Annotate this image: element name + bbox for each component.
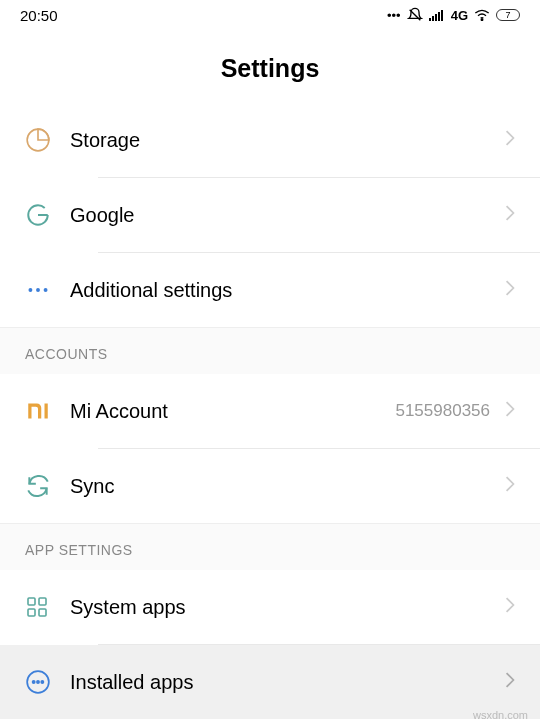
- settings-item-label: Google: [70, 204, 505, 227]
- svg-rect-12: [39, 598, 46, 605]
- wifi-icon: [474, 9, 490, 21]
- status-bar: 20:50 ••• 4G 7: [0, 0, 540, 30]
- mi-icon: [25, 398, 70, 424]
- signal-icon: [429, 9, 445, 21]
- chevron-right-icon: [505, 672, 515, 692]
- sync-icon: [25, 473, 70, 499]
- svg-point-10: [44, 288, 48, 292]
- svg-rect-5: [441, 10, 443, 21]
- chevron-right-icon: [505, 280, 515, 300]
- google-icon: [25, 202, 70, 228]
- circle-dots-icon: [25, 669, 70, 695]
- svg-point-9: [36, 288, 40, 292]
- chevron-right-icon: [505, 597, 515, 617]
- svg-point-17: [37, 681, 39, 683]
- svg-rect-4: [438, 12, 440, 21]
- svg-rect-3: [435, 14, 437, 21]
- settings-item-system-apps[interactable]: System apps: [0, 570, 540, 644]
- storage-icon: [25, 127, 70, 153]
- more-icon: •••: [387, 8, 401, 23]
- battery-icon: 7: [496, 9, 520, 21]
- settings-item-value: 5155980356: [395, 401, 490, 421]
- svg-point-8: [28, 288, 32, 292]
- settings-item-installed-apps[interactable]: Installed apps: [0, 645, 540, 719]
- svg-point-6: [481, 19, 483, 21]
- chevron-right-icon: [505, 476, 515, 496]
- settings-item-label: Additional settings: [70, 279, 505, 302]
- settings-item-sync[interactable]: Sync: [0, 449, 540, 523]
- dots-icon: [25, 277, 70, 303]
- settings-item-google[interactable]: Google: [0, 178, 540, 252]
- settings-item-label: Storage: [70, 129, 505, 152]
- svg-rect-2: [432, 16, 434, 21]
- status-icons: ••• 4G 7: [387, 7, 520, 23]
- svg-rect-1: [429, 18, 431, 21]
- section-header-accounts: ACCOUNTS: [0, 327, 540, 374]
- grid-icon: [25, 595, 70, 619]
- chevron-right-icon: [505, 401, 515, 421]
- settings-item-label: Mi Account: [70, 400, 395, 423]
- svg-rect-13: [28, 609, 35, 616]
- settings-item-mi-account[interactable]: Mi Account 5155980356: [0, 374, 540, 448]
- page-title: Settings: [0, 30, 540, 103]
- section-header-appsettings: APP SETTINGS: [0, 523, 540, 570]
- watermark: wsxdn.com: [473, 709, 528, 721]
- mute-icon: [407, 7, 423, 23]
- settings-item-storage[interactable]: Storage: [0, 103, 540, 177]
- chevron-right-icon: [505, 205, 515, 225]
- network-label: 4G: [451, 8, 468, 23]
- svg-rect-11: [28, 598, 35, 605]
- svg-point-16: [33, 681, 35, 683]
- settings-item-label: System apps: [70, 596, 505, 619]
- svg-point-18: [41, 681, 43, 683]
- svg-rect-14: [39, 609, 46, 616]
- status-time: 20:50: [20, 7, 58, 24]
- settings-item-label: Sync: [70, 475, 505, 498]
- settings-item-label: Installed apps: [70, 671, 505, 694]
- settings-item-additional[interactable]: Additional settings: [0, 253, 540, 327]
- chevron-right-icon: [505, 130, 515, 150]
